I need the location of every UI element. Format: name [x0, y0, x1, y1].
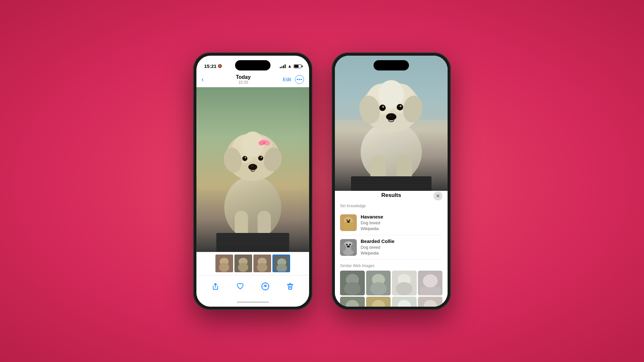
thumb-img-1 [215, 255, 233, 272]
nav-title-main: Today [236, 74, 251, 80]
thumb-img-4 [273, 255, 290, 272]
svg-point-57 [382, 106, 384, 108]
siri-knowledge-label: Siri Knowledge [340, 204, 442, 208]
results-sheet: Results ✕ Siri Knowledge [335, 184, 448, 307]
thumbnail-3[interactable] [253, 255, 271, 272]
svg-point-78 [349, 219, 350, 221]
battery-icon [294, 64, 301, 68]
svg-point-1 [224, 176, 281, 239]
sheet-header: Results ✕ [335, 190, 448, 202]
status-time-1: 15:21 🔕 [204, 63, 222, 69]
svg-point-32 [219, 263, 229, 272]
result-item-bearded-collie[interactable]: Bearded Collie Dog breed Wikipedia [340, 235, 442, 260]
result-type-bearded-collie: Dog breed [361, 245, 380, 250]
svg-point-56 [397, 104, 403, 110]
share-button[interactable] [209, 280, 222, 293]
svg-point-16 [263, 141, 266, 144]
svg-point-43 [265, 286, 266, 287]
web-image-8[interactable] [418, 297, 443, 307]
result-info-havanese: Havanese Dog breed Wikipedia [361, 214, 442, 232]
bearded-collie-img [340, 239, 357, 256]
web-image-2[interactable] [366, 271, 391, 295]
svg-point-41 [277, 264, 287, 272]
heart-icon [237, 283, 244, 290]
havanese-img [340, 214, 357, 231]
svg-point-10 [245, 157, 246, 158]
home-bar-1 [237, 302, 269, 303]
svg-point-13 [251, 165, 253, 167]
result-type-havanese: Dog breed [361, 220, 380, 225]
phone-2: Results ✕ Siri Knowledge [332, 52, 451, 310]
time-label: 15:21 [204, 63, 216, 69]
silent-icon: 🔕 [218, 64, 222, 68]
svg-point-12 [248, 164, 257, 170]
web-image-5[interactable] [340, 297, 365, 307]
back-button[interactable]: ‹ [202, 76, 204, 83]
web-image-6[interactable] [366, 297, 391, 307]
battery-fill [294, 65, 298, 68]
svg-point-55 [379, 105, 386, 111]
thumbnail-1[interactable] [215, 255, 233, 272]
svg-rect-99 [420, 287, 440, 295]
result-name-havanese: Havanese [361, 214, 442, 219]
dog-photo-1 [196, 87, 309, 252]
close-button[interactable]: ✕ [433, 191, 442, 200]
svg-point-9 [258, 155, 263, 161]
svg-rect-19 [235, 211, 248, 236]
signal-bars [280, 64, 286, 68]
more-icon: ••• [297, 77, 302, 82]
photo-strip [196, 252, 309, 275]
web-img-svg-2 [366, 271, 391, 295]
svg-point-38 [257, 263, 267, 272]
web-img-svg-8 [418, 297, 443, 307]
web-img-svg-6 [366, 297, 391, 307]
svg-point-83 [346, 244, 348, 245]
dynamic-island-1 [235, 60, 270, 70]
wifi-icon: ▲ [288, 64, 292, 69]
visual-lookup-button[interactable] [259, 280, 272, 293]
web-img-svg-1 [340, 271, 365, 295]
web-img-svg-7 [392, 297, 417, 307]
svg-point-59 [386, 113, 396, 120]
svg-point-11 [260, 156, 262, 158]
result-thumb-bearded-collie [340, 239, 357, 256]
edit-button[interactable]: Edit [283, 77, 291, 82]
photo-container-1 [196, 87, 309, 252]
svg-point-79 [347, 221, 350, 223]
visual-lookup-icon [261, 282, 270, 291]
svg-point-90 [344, 282, 361, 295]
dog-svg-2 [335, 56, 448, 191]
web-image-1[interactable] [340, 271, 365, 295]
thumbnail-2[interactable] [234, 255, 252, 272]
svg-point-8 [242, 156, 248, 161]
result-sub-havanese: Dog breed Wikipedia [361, 220, 442, 232]
home-indicator-1 [196, 298, 309, 307]
web-image-7[interactable] [392, 297, 417, 307]
result-source-bearded-collie: Wikipedia [361, 251, 379, 255]
svg-point-93 [370, 282, 386, 295]
svg-point-60 [389, 115, 392, 117]
share-icon [212, 283, 219, 290]
thumbnail-4[interactable] [272, 255, 290, 272]
dynamic-island-2 [374, 60, 409, 70]
phone-1-screen: 15:21 🔕 ▲ ‹ Today 15:20 Edit [196, 56, 309, 307]
svg-point-76 [343, 221, 354, 230]
svg-point-85 [347, 246, 350, 247]
result-item-havanese[interactable]: Havanese Dog breed Wikipedia [340, 211, 442, 235]
toolbar-1 [196, 275, 309, 298]
web-image-4[interactable] [418, 271, 443, 295]
delete-button[interactable] [284, 280, 297, 293]
dog-svg-1 [196, 87, 309, 252]
nav-title-1: Today 15:20 [236, 74, 251, 85]
similar-web-images-label: Similar Web Images [340, 264, 442, 268]
svg-point-84 [349, 244, 351, 245]
web-image-3[interactable] [392, 271, 417, 295]
favorite-button[interactable] [234, 280, 247, 293]
more-button[interactable]: ••• [295, 75, 304, 84]
svg-rect-65 [351, 176, 431, 191]
result-info-bearded-collie: Bearded Collie Dog breed Wikipedia [361, 238, 442, 256]
trash-icon [287, 283, 293, 290]
web-images-grid [340, 271, 442, 306]
svg-point-86 [341, 244, 346, 251]
thumb-img-3 [253, 255, 271, 272]
